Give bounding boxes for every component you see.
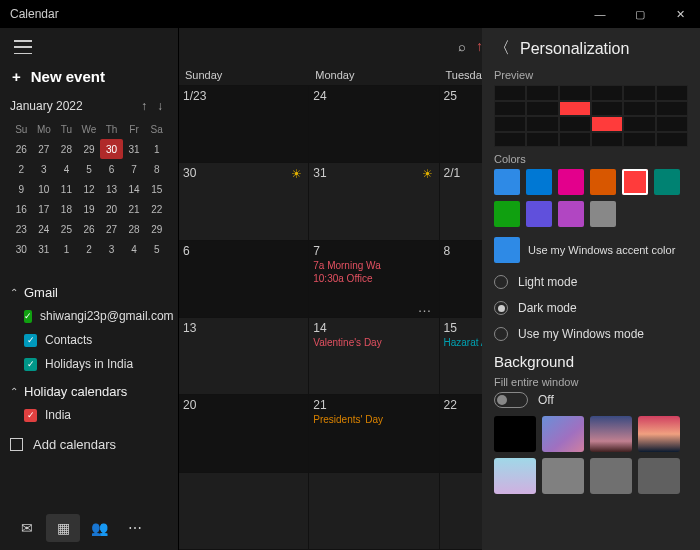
search-icon[interactable]: ⌕ bbox=[458, 39, 466, 54]
mini-day[interactable]: 9 bbox=[10, 179, 33, 199]
mini-day[interactable]: 12 bbox=[78, 179, 101, 199]
color-swatch[interactable] bbox=[526, 201, 552, 227]
more-icon[interactable]: ⋯ bbox=[118, 514, 152, 542]
account-group[interactable]: ⌃Gmail bbox=[10, 285, 168, 300]
color-swatch[interactable] bbox=[654, 169, 680, 195]
event-item[interactable]: 10:30a Office bbox=[313, 273, 434, 284]
mini-day[interactable]: 8 bbox=[145, 159, 168, 179]
mini-day[interactable]: 5 bbox=[145, 239, 168, 259]
calendar-item[interactable]: ✓Holidays in India bbox=[10, 352, 168, 376]
bg-thumb[interactable] bbox=[542, 458, 584, 494]
color-swatch[interactable] bbox=[558, 201, 584, 227]
mini-day[interactable]: 13 bbox=[100, 179, 123, 199]
event-item[interactable]: Valentine's Day bbox=[313, 337, 434, 348]
mini-day[interactable]: 30 bbox=[10, 239, 33, 259]
mini-day[interactable]: 17 bbox=[33, 199, 56, 219]
more-events-icon[interactable]: … bbox=[418, 299, 433, 315]
back-icon[interactable]: 〈 bbox=[494, 38, 510, 59]
color-swatch[interactable] bbox=[622, 169, 648, 195]
close-button[interactable]: ✕ bbox=[660, 0, 700, 28]
bg-thumb[interactable] bbox=[542, 416, 584, 452]
bg-thumb[interactable] bbox=[590, 458, 632, 494]
maximize-button[interactable]: ▢ bbox=[620, 0, 660, 28]
color-swatch[interactable] bbox=[590, 169, 616, 195]
mini-month-label[interactable]: January 2022 bbox=[10, 99, 136, 113]
people-icon[interactable]: 👥 bbox=[82, 514, 116, 542]
color-swatch[interactable] bbox=[526, 169, 552, 195]
mini-day[interactable]: 30 bbox=[100, 139, 123, 159]
mini-day[interactable]: 1 bbox=[55, 239, 78, 259]
windows-mode-option[interactable]: Use my Windows mode bbox=[494, 327, 688, 341]
day-cell[interactable]: 31☀ bbox=[309, 163, 439, 240]
color-swatch[interactable] bbox=[558, 169, 584, 195]
event-item[interactable]: 7a Morning Wa bbox=[313, 260, 434, 271]
day-cell[interactable] bbox=[309, 473, 439, 550]
dark-mode-option[interactable]: Dark mode bbox=[494, 301, 688, 315]
day-cell[interactable]: 77a Morning Wa10:30a Office… bbox=[309, 241, 439, 318]
mini-day[interactable]: 27 bbox=[33, 139, 56, 159]
day-cell[interactable]: 1/23 bbox=[179, 86, 309, 163]
mini-day[interactable]: 31 bbox=[33, 239, 56, 259]
bg-thumb[interactable] bbox=[494, 458, 536, 494]
mini-day[interactable]: 3 bbox=[33, 159, 56, 179]
mini-day[interactable]: 15 bbox=[145, 179, 168, 199]
mini-day[interactable]: 3 bbox=[100, 239, 123, 259]
mini-day[interactable]: 2 bbox=[10, 159, 33, 179]
bg-thumb[interactable] bbox=[590, 416, 632, 452]
bg-thumb[interactable] bbox=[638, 416, 680, 452]
bg-thumb[interactable] bbox=[638, 458, 680, 494]
calendar-item[interactable]: ✓Contacts bbox=[10, 328, 168, 352]
mini-next-icon[interactable]: ↓ bbox=[152, 99, 168, 113]
calendar-item[interactable]: ✓shiwangi23p@gmail.com bbox=[10, 304, 168, 328]
fill-toggle[interactable]: Off bbox=[494, 392, 688, 408]
mini-day[interactable]: 4 bbox=[123, 239, 146, 259]
mini-day[interactable]: 29 bbox=[78, 139, 101, 159]
mini-day[interactable]: 1 bbox=[145, 139, 168, 159]
mini-day[interactable]: 26 bbox=[10, 139, 33, 159]
new-event-button[interactable]: + New event bbox=[12, 68, 168, 85]
color-swatch[interactable] bbox=[494, 169, 520, 195]
mini-day[interactable]: 28 bbox=[55, 139, 78, 159]
day-cell[interactable]: 21Presidents' Day bbox=[309, 395, 439, 472]
mini-day[interactable]: 31 bbox=[123, 139, 146, 159]
mini-day[interactable]: 16 bbox=[10, 199, 33, 219]
day-cell[interactable]: 30☀ bbox=[179, 163, 309, 240]
day-cell[interactable]: 24 bbox=[309, 86, 439, 163]
mini-day[interactable]: 19 bbox=[78, 199, 101, 219]
mini-calendar[interactable]: SuMoTuWeThFrSa26272829303112345678910111… bbox=[10, 119, 168, 259]
minimize-button[interactable]: — bbox=[580, 0, 620, 28]
mini-day[interactable]: 29 bbox=[145, 219, 168, 239]
mini-day[interactable]: 5 bbox=[78, 159, 101, 179]
mini-day[interactable]: 20 bbox=[100, 199, 123, 219]
bg-thumb[interactable] bbox=[494, 416, 536, 452]
hamburger-icon[interactable] bbox=[14, 40, 32, 54]
day-cell[interactable]: 20 bbox=[179, 395, 309, 472]
day-cell[interactable]: 14Valentine's Day bbox=[309, 318, 439, 395]
mini-day[interactable]: 26 bbox=[78, 219, 101, 239]
mini-day[interactable]: 22 bbox=[145, 199, 168, 219]
mini-prev-icon[interactable]: ↑ bbox=[136, 99, 152, 113]
mini-day[interactable]: 4 bbox=[55, 159, 78, 179]
mini-day[interactable]: 11 bbox=[55, 179, 78, 199]
mini-day[interactable]: 25 bbox=[55, 219, 78, 239]
mini-day[interactable]: 27 bbox=[100, 219, 123, 239]
day-cell[interactable]: 6 bbox=[179, 241, 309, 318]
calendar-item[interactable]: ✓India bbox=[10, 403, 168, 427]
light-mode-option[interactable]: Light mode bbox=[494, 275, 688, 289]
mini-day[interactable]: 2 bbox=[78, 239, 101, 259]
calendar-icon[interactable]: ▦ bbox=[46, 514, 80, 542]
day-cell[interactable]: 13 bbox=[179, 318, 309, 395]
mini-day[interactable]: 14 bbox=[123, 179, 146, 199]
color-swatch[interactable] bbox=[494, 201, 520, 227]
event-item[interactable]: Presidents' Day bbox=[313, 414, 434, 425]
mini-day[interactable]: 24 bbox=[33, 219, 56, 239]
accent-color-option[interactable]: Use my Windows accent color bbox=[494, 237, 688, 263]
mini-day[interactable]: 7 bbox=[123, 159, 146, 179]
mail-icon[interactable]: ✉ bbox=[10, 514, 44, 542]
mini-day[interactable]: 6 bbox=[100, 159, 123, 179]
mini-day[interactable]: 21 bbox=[123, 199, 146, 219]
day-cell[interactable] bbox=[179, 473, 309, 550]
mini-day[interactable]: 18 bbox=[55, 199, 78, 219]
account-group[interactable]: ⌃Holiday calendars bbox=[10, 384, 168, 399]
mini-day[interactable]: 23 bbox=[10, 219, 33, 239]
